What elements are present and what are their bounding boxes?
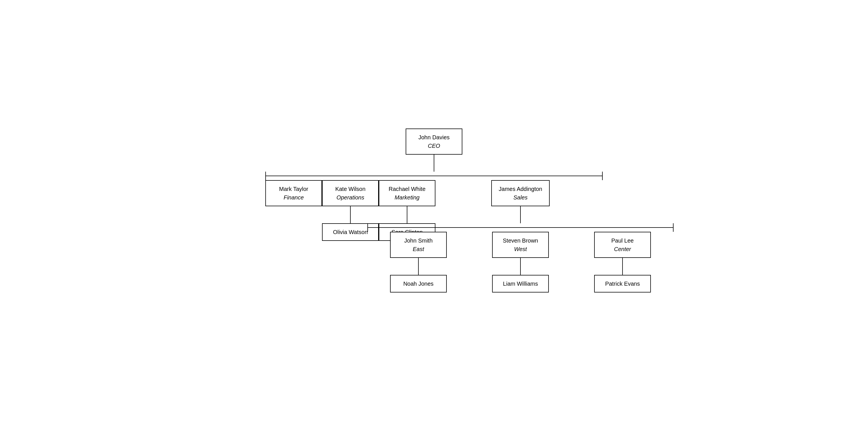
mark-role: Finance bbox=[273, 193, 315, 202]
kate-role: Operations bbox=[330, 193, 371, 202]
ceo-connector bbox=[434, 155, 434, 172]
james-hline bbox=[368, 227, 673, 228]
rachael-connector bbox=[407, 206, 407, 223]
mark-col: Mark Taylor Finance bbox=[265, 180, 322, 206]
rachael-role: Marketing bbox=[386, 193, 428, 202]
james-col: James Addington Sales bbox=[435, 180, 606, 292]
paul-col: Paul Lee Center Patrick Evans bbox=[571, 232, 674, 292]
mark-name: Mark Taylor bbox=[273, 185, 315, 193]
steven-name: Steven Brown bbox=[499, 236, 541, 245]
node-steven: Steven Brown West bbox=[492, 232, 549, 258]
steven-role: West bbox=[499, 245, 541, 253]
john-name: John Smith bbox=[397, 236, 439, 245]
node-patrick: Patrick Evans bbox=[594, 275, 651, 292]
org-chart: John Davies CEO Mark Taylor Finance bbox=[236, 129, 632, 292]
noah-name: Noah Jones bbox=[397, 279, 439, 288]
node-james: James Addington Sales bbox=[491, 180, 549, 206]
ceo-section: John Davies CEO bbox=[406, 129, 462, 172]
john-role: East bbox=[397, 245, 439, 253]
node-ceo: John Davies CEO bbox=[406, 129, 462, 155]
john-col: John Smith East Noah Jones bbox=[367, 232, 469, 292]
steven-col: Steven Brown West Liam Williams bbox=[469, 232, 571, 292]
james-connector bbox=[520, 206, 521, 223]
node-kate: Kate Wilson Operations bbox=[322, 180, 379, 206]
l1-branch: Mark Taylor Finance Kate Wilson Operatio… bbox=[236, 172, 632, 292]
l1-hline bbox=[266, 176, 602, 176]
node-john: John Smith East bbox=[390, 232, 447, 258]
kate-connector bbox=[350, 206, 351, 223]
rachael-name: Rachael White bbox=[386, 185, 428, 193]
steven-connector bbox=[520, 258, 521, 275]
l1-hbar bbox=[265, 172, 603, 180]
james-hbar bbox=[367, 223, 674, 232]
kate-name: Kate Wilson bbox=[330, 185, 371, 193]
olivia-name: Olivia Watson bbox=[330, 228, 371, 236]
ceo-role: CEO bbox=[413, 142, 455, 150]
node-mark: Mark Taylor Finance bbox=[265, 180, 322, 206]
james-children-section: John Smith East Noah Jones Steven Bro bbox=[367, 223, 674, 292]
paul-connector bbox=[622, 258, 623, 275]
james-name: James Addington bbox=[499, 185, 542, 193]
node-noah: Noah Jones bbox=[390, 275, 447, 292]
node-rachael: Rachael White Marketing bbox=[379, 180, 435, 206]
paul-role: Center bbox=[601, 245, 644, 253]
james-l2-row: John Smith East Noah Jones Steven Bro bbox=[367, 232, 674, 292]
ceo-name: John Davies bbox=[413, 133, 455, 142]
node-liam: Liam Williams bbox=[492, 275, 549, 292]
paul-name: Paul Lee bbox=[601, 236, 644, 245]
liam-name: Liam Williams bbox=[499, 279, 541, 288]
l1-nodes-row: Mark Taylor Finance Kate Wilson Operatio… bbox=[265, 180, 603, 292]
patrick-name: Patrick Evans bbox=[601, 279, 644, 288]
john-connector bbox=[418, 258, 419, 275]
l1-right-cap bbox=[602, 172, 603, 180]
node-paul: Paul Lee Center bbox=[594, 232, 651, 258]
james-role: Sales bbox=[499, 193, 542, 202]
james-right-cap bbox=[673, 223, 674, 232]
